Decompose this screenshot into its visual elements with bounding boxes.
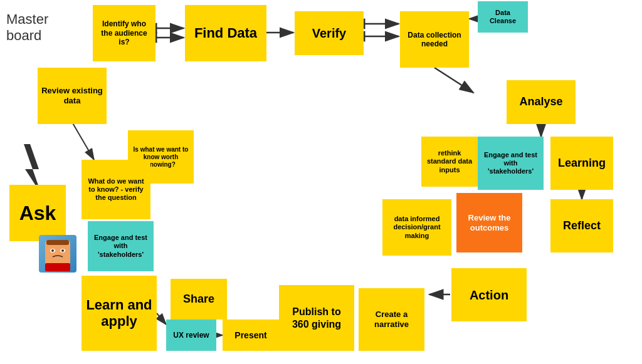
sticky-reflect[interactable]: Reflect bbox=[550, 199, 613, 252]
svg-rect-18 bbox=[46, 240, 69, 245]
sticky-rethink[interactable]: rethink standard data inputs bbox=[421, 137, 478, 187]
page-title: Master board bbox=[6, 11, 48, 44]
sticky-data-collection[interactable]: Data collection needed bbox=[400, 11, 469, 68]
sticky-share[interactable]: Share bbox=[171, 279, 227, 320]
sticky-review-existing[interactable]: Review existing data bbox=[38, 68, 107, 124]
sticky-learn-apply[interactable]: Learn and apply bbox=[82, 276, 157, 351]
svg-line-7 bbox=[434, 68, 473, 93]
sticky-data-informed[interactable]: data informed decision/grant making bbox=[382, 199, 451, 256]
sticky-analyse[interactable]: Analyse bbox=[507, 80, 576, 124]
sticky-engage-test1[interactable]: Engage and test with 'stakeholders' bbox=[88, 221, 154, 271]
sticky-data-cleanse[interactable]: Data Cleanse bbox=[478, 1, 528, 33]
sticky-engage-test2[interactable]: Engage and test with 'stakeholders' bbox=[478, 137, 544, 190]
sticky-action[interactable]: Action bbox=[451, 268, 527, 321]
sticky-create-narrative[interactable]: Create a narrative bbox=[359, 288, 424, 351]
avatar bbox=[39, 235, 76, 273]
svg-point-21 bbox=[51, 249, 54, 252]
sticky-publish-360[interactable]: Publish to 360 giving bbox=[279, 285, 354, 351]
sticky-identify[interactable]: Identify who the audience is? bbox=[93, 5, 155, 61]
sticky-find-data[interactable]: Find Data bbox=[185, 5, 266, 61]
svg-point-22 bbox=[61, 249, 64, 252]
sticky-learning[interactable]: Learning bbox=[550, 137, 613, 190]
svg-line-14 bbox=[157, 313, 166, 325]
svg-rect-23 bbox=[45, 263, 70, 271]
sticky-what-do[interactable]: What do we want to know? - verify the qu… bbox=[82, 160, 150, 219]
sticky-review-outcomes[interactable]: Review the outcomes bbox=[456, 193, 522, 252]
master-board: Master board Identify who the audience i… bbox=[0, 0, 642, 364]
svg-line-13 bbox=[72, 122, 94, 160]
sticky-present[interactable]: Present bbox=[223, 320, 279, 351]
sticky-verify[interactable]: Verify bbox=[295, 11, 364, 55]
sticky-ux-review[interactable]: UX review bbox=[166, 320, 216, 351]
sticky-ask[interactable]: Ask bbox=[9, 185, 66, 241]
